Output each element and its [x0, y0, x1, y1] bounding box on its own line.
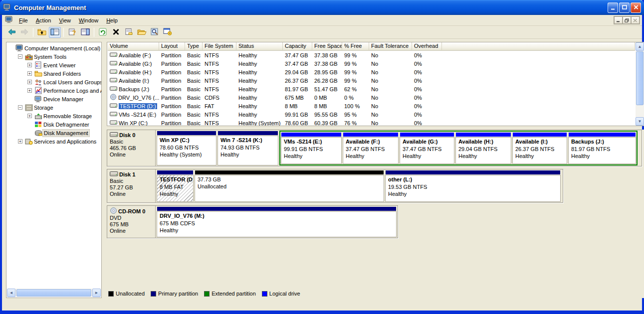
table-row[interactable]: Available (I:)PartitionBasicNTFSHealthy2…: [108, 76, 635, 85]
volume-list-vertical-scrollbar[interactable]: ▲ ▼: [636, 42, 644, 126]
tree-item-local-users-and-groups[interactable]: +Local Users and Groups: [7, 78, 101, 86]
column-header-free-space[interactable]: Free Space: [312, 42, 342, 51]
menu-item-file[interactable]: File: [15, 16, 32, 25]
minimize-button[interactable]: [608, 2, 618, 13]
volume-label: TESTFOR (D:): [119, 103, 157, 109]
tree-item-system-tools[interactable]: −System Tools: [7, 52, 101, 61]
settings-button[interactable]: [162, 27, 174, 38]
disk-descriptor-disk-0[interactable]: Disk 0Basic465.76 GBOnline: [107, 130, 156, 166]
scroll-down-icon[interactable]: ▼: [636, 117, 644, 126]
tree-item-services-and-applications[interactable]: +Services and Applications: [7, 137, 101, 146]
partition-available-h[interactable]: Available (H:)29.04 GB NTFSHealthy: [455, 132, 511, 164]
tree-item-device-manager[interactable]: Device Manager: [7, 95, 101, 103]
refresh-button[interactable]: [97, 27, 109, 38]
tree-item-computer-management-local[interactable]: Computer Management (Local): [7, 44, 101, 52]
properties-button[interactable]: [123, 27, 135, 38]
scrollbar-thumb[interactable]: [16, 289, 91, 297]
partition-body: Backups (J:)81.97 GB NTFSHealthy: [568, 137, 636, 164]
menu-item-view[interactable]: View: [55, 16, 75, 25]
mdi-restore-button[interactable]: [623, 16, 631, 24]
table-row[interactable]: TESTFOR (D:)PartitionBasicFATHealthy8 MB…: [108, 102, 635, 110]
menu-item-help[interactable]: Help: [102, 16, 122, 25]
disk-descriptor-cd-rom-0[interactable]: CD-ROM 0DVD675 MBOnline: [107, 206, 156, 238]
partition-other-l[interactable]: other (L:)19.53 GB NTFSHealthy: [385, 170, 561, 202]
column-header-overhead[interactable]: Overhead: [412, 42, 442, 51]
scroll-left-icon[interactable]: ◄: [7, 289, 15, 297]
table-row[interactable]: Available (H:)PartitionBasicNTFSHealthy2…: [108, 68, 635, 76]
partition-label: other (L:): [388, 176, 558, 183]
partition-type-stripe: [400, 133, 454, 137]
column-header-status[interactable]: Status: [236, 42, 283, 51]
partition-win-xp-c[interactable]: Win XP (C:)78.60 GB NTFSHealthy (System): [157, 131, 216, 165]
menu-item-action[interactable]: Action: [32, 16, 55, 25]
partition-testfor-d[interactable]: TESTFOR (D8 MB FATHealthy: [157, 170, 194, 202]
column-header-free[interactable]: % Free: [342, 42, 369, 51]
open-button[interactable]: [136, 27, 148, 38]
partition-unallocated[interactable]: 37.73 GBUnallocated: [195, 170, 384, 202]
delete-button[interactable]: [110, 27, 122, 38]
table-row[interactable]: Available (G:)PartitionBasicNTFSHealthy3…: [108, 59, 635, 68]
close-button[interactable]: [631, 2, 641, 13]
volume-label: Available (G:): [119, 61, 152, 67]
partition-available-f[interactable]: Available (F:)37.47 GB NTFSHealthy: [343, 132, 399, 164]
collapse-icon[interactable]: −: [18, 54, 22, 59]
help-topics-button[interactable]: ?: [66, 27, 78, 38]
column-header-layout[interactable]: Layout: [159, 42, 185, 51]
tree-horizontal-scrollbar[interactable]: ◄ ►: [7, 289, 101, 297]
expand-icon[interactable]: +: [27, 80, 32, 84]
disk-descriptor-disk-1[interactable]: Disk 1Basic57.27 GBOnline: [107, 169, 156, 202]
expand-icon[interactable]: +: [27, 114, 32, 118]
svg-text:?: ?: [72, 29, 76, 36]
tree-item-event-viewer[interactable]: +Event Viewer: [7, 61, 101, 69]
expand-icon[interactable]: +: [27, 63, 32, 67]
partition-vms-s214-e[interactable]: VMs -S214 (E:)99.91 GB NTFSHealthy: [281, 132, 342, 164]
cell-free: 62 %: [342, 86, 369, 92]
mdi-minimize-button[interactable]: [614, 16, 623, 24]
expand-icon[interactable]: +: [27, 71, 32, 76]
tree-item-disk-management[interactable]: Disk Management: [7, 129, 101, 137]
partition-available-i[interactable]: Available (I:)26.37 GB NTFSHealthy: [512, 132, 567, 164]
table-row[interactable]: VMs -S214 (E:)PartitionBasicNTFSHealthy9…: [108, 110, 635, 119]
find-button[interactable]: [149, 27, 161, 38]
show-console-tree-button[interactable]: [49, 27, 61, 38]
column-header-file-system[interactable]: File System: [203, 42, 236, 51]
volume-label: Backups (J:): [119, 86, 149, 92]
cell-free-space: 37.38 GB: [312, 52, 342, 58]
collapse-icon[interactable]: −: [18, 105, 22, 110]
table-row[interactable]: DRV_IO_V76 (...PartitionBasicCDFSHealthy…: [108, 93, 635, 102]
cell-type: Basic: [185, 103, 203, 109]
partition-win-7-s214-k[interactable]: Win 7 -S214 (K:)74.93 GB NTFSHealthy: [217, 131, 278, 165]
partition-type-stripe: [456, 133, 511, 137]
column-header-type[interactable]: Type: [185, 42, 203, 51]
column-header-fault-tolerance[interactable]: Fault Tolerance: [369, 42, 412, 51]
console-system-icon[interactable]: [5, 16, 13, 24]
show-action-pane-button[interactable]: [79, 27, 91, 38]
expand-icon[interactable]: +: [18, 139, 22, 144]
tree-item-shared-folders[interactable]: +Shared Folders: [7, 69, 101, 78]
menu-item-window[interactable]: Window: [75, 16, 102, 25]
column-header-capacity[interactable]: Capacity: [283, 42, 312, 51]
column-header-volume[interactable]: Volume: [108, 42, 159, 51]
tree-item-removable-storage[interactable]: +Removable Storage: [7, 112, 101, 120]
partition-size: 19.53 GB NTFS: [388, 183, 558, 190]
tree-item-disk-defragmenter[interactable]: Disk Defragmenter: [7, 120, 101, 129]
table-row[interactable]: Win XP (C:)PartitionBasicNTFSHealthy (Sy…: [108, 119, 635, 126]
table-row[interactable]: Available (F:)PartitionBasicNTFSHealthy3…: [108, 51, 635, 59]
table-row[interactable]: Backups (J:)PartitionBasicNTFSHealthy81.…: [108, 85, 635, 93]
title-bar[interactable]: Computer Management: [0, 0, 644, 15]
scroll-up-icon[interactable]: ▲: [636, 42, 644, 51]
back-button[interactable]: [5, 27, 17, 38]
partition-available-g[interactable]: Available (G:)37.47 GB NTFSHealthy: [400, 132, 454, 164]
scroll-right-icon[interactable]: ►: [92, 289, 101, 297]
volume-label: DRV_IO_V76 (...: [118, 95, 159, 101]
scrollbar-thumb[interactable]: [636, 51, 644, 105]
partition-status: Healthy: [346, 153, 396, 159]
up-one-level-button[interactable]: [36, 27, 48, 38]
tree-item-performance-logs-and-alerts[interactable]: +Performance Logs and Alerts: [7, 86, 101, 95]
tree-item-storage[interactable]: −Storage: [7, 103, 101, 112]
maximize-button[interactable]: [619, 2, 630, 13]
expand-icon[interactable]: +: [27, 88, 32, 93]
partition-drv-io-v76-m[interactable]: DRV_IO_V76 (M:)675 MB CDFSHealthy: [157, 206, 397, 237]
partition-backups-j[interactable]: Backups (J:)81.97 GB NTFSHealthy: [568, 132, 636, 164]
cell-overhead: 0%: [412, 95, 442, 101]
